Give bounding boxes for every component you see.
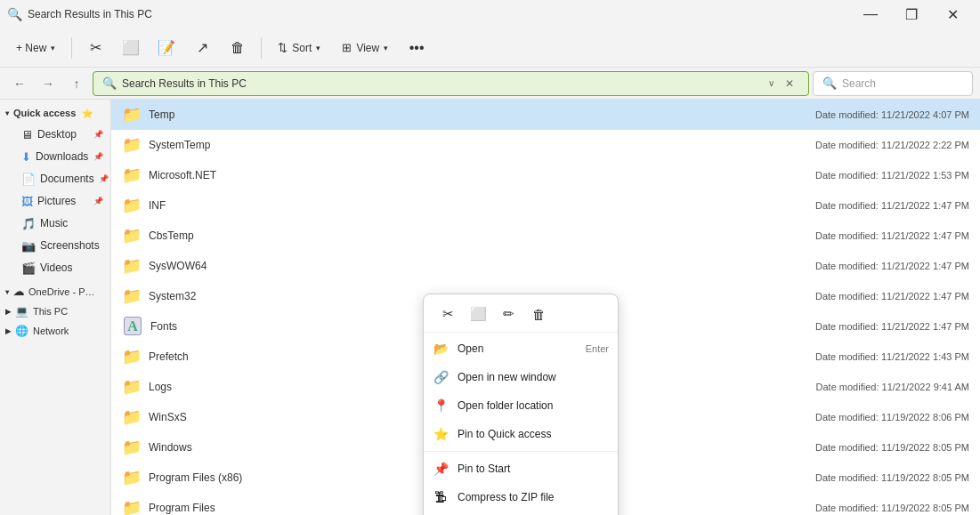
- rename-button[interactable]: 📝: [150, 32, 182, 64]
- forward-button[interactable]: →: [36, 71, 61, 96]
- documents-icon: 📄: [21, 173, 36, 186]
- ctx-item-shortcut: Enter: [586, 343, 609, 354]
- toolbar: + New ▾ ✂ ⬜ 📝 ↗ 🗑 ⇅ Sort ▾ ⊞ View ▾ •••: [0, 28, 980, 68]
- desktop-icon: 🖥: [21, 128, 33, 141]
- sidebar-item-videos[interactable]: 🎬 Videos: [4, 257, 107, 278]
- file-meta: Date modified: 11/19/2022 8:05 PM: [815, 442, 969, 453]
- context-menu-item-pin-quick-access[interactable]: ⭐Pin to Quick access: [424, 420, 618, 448]
- sidebar-quickaccess-header[interactable]: ▾ Quick access ⭐: [0, 103, 110, 123]
- onedrive-icon: ☁: [13, 286, 24, 298]
- address-close-button[interactable]: ✕: [780, 74, 799, 93]
- quickaccess-label: Quick access: [13, 108, 76, 118]
- toolbar-separator-1: [71, 37, 72, 59]
- cut-button[interactable]: ✂: [79, 32, 111, 64]
- context-menu-item-compress-zip[interactable]: 🗜Compress to ZIP file: [424, 483, 618, 511]
- minimize-button[interactable]: —: [850, 0, 891, 28]
- main-layout: ▾ Quick access ⭐ 🖥 Desktop 📌 ⬇ Downloads…: [0, 100, 980, 515]
- context-menu-item-pin-start[interactable]: 📌Pin to Start: [424, 455, 618, 483]
- search-placeholder: Search: [842, 77, 876, 90]
- file-row[interactable]: 📁CbsTempDate modified: 11/21/2022 1:47 P…: [111, 221, 980, 251]
- share-button[interactable]: ↗: [186, 32, 218, 64]
- ctx-item-icon: 🔗: [433, 370, 449, 384]
- sidebar-item-pictures[interactable]: 🖼 Pictures 📌: [4, 190, 107, 212]
- new-button[interactable]: + New ▾: [7, 32, 64, 64]
- chevron-thispc-icon: ▶: [5, 308, 11, 316]
- ctx-item-icon: 📍: [433, 398, 449, 413]
- file-icon: 📁: [122, 407, 142, 427]
- ctx-item-icon: ⭐: [433, 427, 449, 441]
- videos-icon: 🎬: [21, 262, 36, 275]
- file-meta: Date modified: 11/21/2022 1:43 PM: [815, 351, 969, 362]
- context-menu-item-open[interactable]: 📂OpenEnter: [424, 334, 618, 363]
- file-meta: Date modified: 11/21/2022 1:47 PM: [815, 200, 969, 211]
- more-button[interactable]: •••: [401, 32, 433, 64]
- pin-icon-dl: 📌: [93, 152, 103, 161]
- context-menu-item-open-new-window[interactable]: 🔗Open in new window: [424, 363, 618, 391]
- view-label: View: [356, 42, 379, 54]
- sidebar-network-header[interactable]: ▶ 🌐 Network: [0, 321, 110, 341]
- file-row[interactable]: 📁SysWOW64Date modified: 11/21/2022 1:47 …: [111, 251, 980, 281]
- address-text: Search Results in This PC: [122, 77, 763, 90]
- search-field[interactable]: 🔍 Search: [813, 71, 973, 96]
- sidebar-item-documents[interactable]: 📄 Documents 📌: [4, 168, 107, 189]
- file-row[interactable]: 📁Microsoft.NETDate modified: 11/21/2022 …: [111, 160, 980, 190]
- ctx-copy-button[interactable]: ⬜: [465, 302, 491, 326]
- file-meta: Date modified: 11/21/2022 1:47 PM: [815, 230, 969, 241]
- file-name: INF: [149, 199, 808, 212]
- file-meta: Date modified: 11/21/2022 4:07 PM: [815, 109, 969, 120]
- maximize-button[interactable]: ❐: [891, 0, 932, 28]
- ctx-item-label: Open: [458, 342, 577, 355]
- title-bar-left: 🔍 Search Results in This PC: [7, 7, 152, 21]
- sidebar-item-desktop[interactable]: 🖥 Desktop 📌: [4, 124, 107, 145]
- file-icon: 📁: [122, 256, 142, 276]
- file-meta: Date modified: 11/21/2022 2:22 PM: [815, 140, 969, 150]
- sidebar-item-music[interactable]: 🎵 Music: [4, 213, 107, 234]
- context-menu-separator: [424, 451, 618, 452]
- file-meta: Date modified: 11/21/2022 9:41 AM: [816, 382, 969, 392]
- up-button[interactable]: ↑: [64, 71, 89, 96]
- address-bar: ← → ↑ 🔍 Search Results in This PC ∨ ✕ 🔍 …: [0, 68, 980, 100]
- delete-button[interactable]: 🗑: [222, 32, 254, 64]
- file-row[interactable]: 📁TempDate modified: 11/21/2022 4:07 PM: [111, 100, 980, 130]
- title-bar: 🔍 Search Results in This PC — ❐ ✕: [0, 0, 980, 28]
- file-name: SystemTemp: [149, 139, 808, 151]
- file-icon: A: [122, 317, 143, 335]
- file-name: Temp: [149, 109, 808, 121]
- screenshots-icon: 📷: [21, 239, 36, 253]
- ctx-rename-button[interactable]: ✏: [495, 302, 522, 326]
- file-row[interactable]: 📁SystemTempDate modified: 11/21/2022 2:2…: [111, 130, 980, 160]
- thispc-icon: 💻: [15, 305, 28, 318]
- window-icon: 🔍: [7, 7, 22, 21]
- sort-button[interactable]: ⇅ Sort ▾: [269, 32, 329, 64]
- sidebar-item-downloads[interactable]: ⬇ Downloads 📌: [4, 146, 107, 167]
- file-name: CbsTemp: [149, 229, 808, 242]
- window-title: Search Results in This PC: [28, 8, 152, 20]
- context-menu-item-open-folder-location[interactable]: 📍Open folder location: [424, 391, 618, 420]
- ctx-item-icon: 🗜: [433, 490, 449, 504]
- file-icon: 📁: [122, 135, 142, 155]
- back-button[interactable]: ←: [7, 71, 32, 96]
- downloads-label: Downloads: [36, 150, 88, 163]
- pictures-label: Pictures: [37, 195, 76, 207]
- close-button[interactable]: ✕: [932, 0, 973, 28]
- file-name: SysWOW64: [149, 260, 808, 272]
- file-meta: Date modified: 11/21/2022 1:47 PM: [815, 291, 969, 302]
- sidebar-item-screenshots[interactable]: 📷 Screenshots: [4, 235, 107, 256]
- network-icon: 🌐: [15, 325, 28, 337]
- chevron-icon: ▾: [5, 109, 9, 117]
- sidebar-thispc-header[interactable]: ▶ 💻 This PC: [0, 302, 110, 321]
- ctx-delete-button[interactable]: 🗑: [525, 302, 552, 326]
- copy-button[interactable]: ⬜: [115, 32, 147, 64]
- address-field[interactable]: 🔍 Search Results in This PC ∨ ✕: [93, 71, 809, 96]
- new-label: + New: [16, 42, 46, 54]
- ctx-cut-button[interactable]: ✂: [434, 302, 461, 326]
- chevron-onedrive-icon: ▾: [5, 288, 9, 296]
- sidebar-onedrive-header[interactable]: ▾ ☁ OneDrive - Personal: [0, 282, 110, 302]
- thispc-label: This PC: [33, 306, 68, 317]
- file-icon: 📁: [122, 438, 142, 457]
- context-menu-item-copy-path[interactable]: 📋Copy as path: [424, 511, 618, 515]
- file-row[interactable]: 📁INFDate modified: 11/21/2022 1:47 PM: [111, 190, 980, 221]
- context-menu: ✂ ⬜ ✏ 🗑 📂OpenEnter🔗Open in new window📍Op…: [423, 294, 619, 515]
- context-menu-toolbar: ✂ ⬜ ✏ 🗑: [424, 298, 618, 333]
- view-button[interactable]: ⊞ View ▾: [333, 32, 397, 64]
